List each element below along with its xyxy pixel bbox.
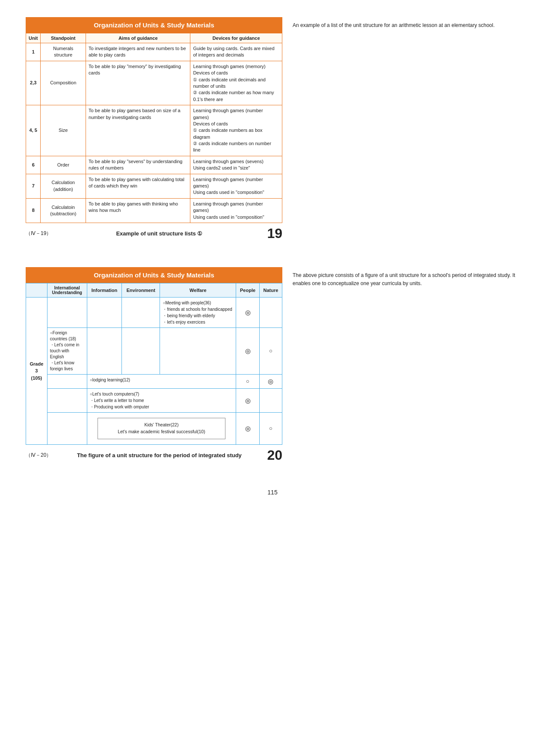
- table-row: 1Numerals structureTo investigate intege…: [26, 43, 282, 61]
- intl-cell-4: [47, 389, 87, 413]
- aim-cell: To be able to play "memory" by investiga…: [86, 61, 190, 105]
- table-2-page: 20: [267, 447, 282, 463]
- table-1-footer: （Ⅳ－19） Example of unit structure lists ①…: [26, 226, 282, 241]
- people-cell-2: ◎: [236, 327, 260, 374]
- grade-cell: Grade3(105): [26, 297, 47, 444]
- device-cell: Learning through games (number games) Us…: [190, 174, 282, 198]
- aim-cell: To be able to play games with calculatin…: [86, 174, 190, 198]
- unit-cell: 8: [26, 198, 41, 223]
- table-row: 6OrderTo be able to play "sevens" by und…: [26, 156, 282, 174]
- intl-cell-3: [47, 374, 87, 389]
- section-1: Organization of Units & Study Materials …: [26, 17, 519, 241]
- people-cell-3: ○: [236, 374, 260, 389]
- col-aims: Aims of guidance: [86, 33, 190, 43]
- table-1-caption: Example of unit structure lists ①: [116, 230, 202, 237]
- intl-cell-5: [47, 413, 87, 445]
- welfare-cell-2: [160, 327, 236, 374]
- standpoint-cell: Composition: [41, 61, 86, 105]
- device-cell: Learning through games (memory) Devices …: [190, 61, 282, 105]
- table-row: 8Calculatoin (subtraction)To be able to …: [26, 198, 282, 223]
- unit-cell: 4, 5: [26, 105, 41, 156]
- unit-cell: 2,3: [26, 61, 41, 105]
- table-2-container: Organization of Units & Study Materials …: [26, 267, 282, 463]
- col-intl: InternationalUnderstanding: [47, 283, 87, 297]
- theater-cell: Kids' Theater(22)Let's make academic fes…: [87, 413, 236, 445]
- col-standpoint: Standpoint: [41, 33, 86, 43]
- aim-cell: To investigate integers and new numbers …: [86, 43, 190, 61]
- col-nature: Nature: [259, 283, 282, 297]
- unit-table: Unit Standpoint Aims of guidance Devices…: [26, 33, 282, 223]
- table-1-title: Organization of Units & Study Materials: [26, 17, 282, 33]
- device-cell: Learning through games (sevens) Using ca…: [190, 156, 282, 174]
- nature-cell-4: [259, 389, 282, 413]
- people-cell-1: ◎: [236, 297, 260, 327]
- intl-cell-2: ○Foreign countries (18)・Let's come in to…: [47, 327, 87, 374]
- nature-cell-1: [259, 297, 282, 327]
- people-cell-5: ◎: [236, 413, 260, 445]
- table-2-title: Organization of Units & Study Materials: [26, 267, 282, 283]
- col-people: People: [236, 283, 260, 297]
- env-cell-empty-1: [122, 297, 160, 327]
- standpoint-cell: Order: [41, 156, 86, 174]
- unit-cell: 7: [26, 174, 41, 198]
- people-cell-4: ◎: [236, 389, 260, 413]
- intl-cell-empty-1: [47, 297, 87, 327]
- col-welfare: Welfare: [160, 283, 236, 297]
- col-info: Information: [87, 283, 122, 297]
- col-env: Environment: [122, 283, 160, 297]
- aim-cell: To be able to play games based on size o…: [86, 105, 190, 156]
- table-row: 4, 5SizeTo be able to play games based o…: [26, 105, 282, 156]
- standpoint-cell: Size: [41, 105, 86, 156]
- table-1-page: 19: [267, 226, 282, 241]
- device-cell: Learning through games (number games) Us…: [190, 198, 282, 223]
- col-devices: Devices for guidance: [190, 33, 282, 43]
- env-cell-2: [122, 327, 160, 374]
- unit-cell: 6: [26, 156, 41, 174]
- aim-cell: To be able to play "sevens" by understan…: [86, 156, 190, 174]
- table-1-container: Organization of Units & Study Materials …: [26, 17, 282, 241]
- aim-cell: To be able to play games with thinking w…: [86, 198, 190, 223]
- nature-cell-3: ◎: [259, 374, 282, 389]
- integ-table: InternationalUnderstanding Information E…: [26, 283, 282, 445]
- table-row: ○Foreign countries (18)・Let's come in to…: [26, 327, 282, 374]
- table-2-caption: The figure of a unit structure for the p…: [77, 452, 242, 458]
- table-2-footer: （Ⅳ－20） The figure of a unit structure fo…: [26, 447, 282, 463]
- theater-box: Kids' Theater(22)Let's make academic fes…: [98, 418, 225, 439]
- table-row: 7Calculation (addition)To be able to pla…: [26, 174, 282, 198]
- computers-cell: ○Let's touch computers(7)・Let's write a …: [87, 389, 236, 413]
- info-cell-2: [87, 327, 122, 374]
- lodging-cell: ○lodging learning(12): [87, 374, 236, 389]
- table-1-ref: （Ⅳ－19）: [26, 230, 51, 237]
- standpoint-cell: Calculatoin (subtraction): [41, 198, 86, 223]
- nature-cell-2: ○: [259, 327, 282, 374]
- page-content: Organization of Units & Study Materials …: [26, 17, 519, 496]
- col-grade-header: [26, 283, 47, 297]
- table-row: 2,3CompositionTo be able to play "memory…: [26, 61, 282, 105]
- table-row: Kids' Theater(22)Let's make academic fes…: [26, 413, 282, 445]
- info-cell-empty-1: [87, 297, 122, 327]
- section-2: Organization of Units & Study Materials …: [26, 267, 519, 463]
- col-unit: Unit: [26, 33, 41, 43]
- device-cell: Guide by using cards. Cards are mixed of…: [190, 43, 282, 61]
- standpoint-cell: Calculation (addition): [41, 174, 86, 198]
- table-2-ref: （Ⅳ－20）: [26, 452, 51, 459]
- section-2-side-text: The above picture consists of a figure o…: [293, 267, 519, 463]
- device-cell: Learning through games (number games) De…: [190, 105, 282, 156]
- page-number: 115: [26, 489, 519, 496]
- table-row: Grade3(105) ○Meeting with people(36)・fri…: [26, 297, 282, 327]
- welfare-cell-1: ○Meeting with people(36)・friends at scho…: [160, 297, 236, 327]
- table-row: ○Let's touch computers(7)・Let's write a …: [26, 389, 282, 413]
- table-row: ○lodging learning(12) ○ ◎: [26, 374, 282, 389]
- standpoint-cell: Numerals structure: [41, 43, 86, 61]
- nature-cell-5: ○: [259, 413, 282, 445]
- section-1-side-text: An example of a list of the unit structu…: [293, 17, 519, 241]
- unit-cell: 1: [26, 43, 41, 61]
